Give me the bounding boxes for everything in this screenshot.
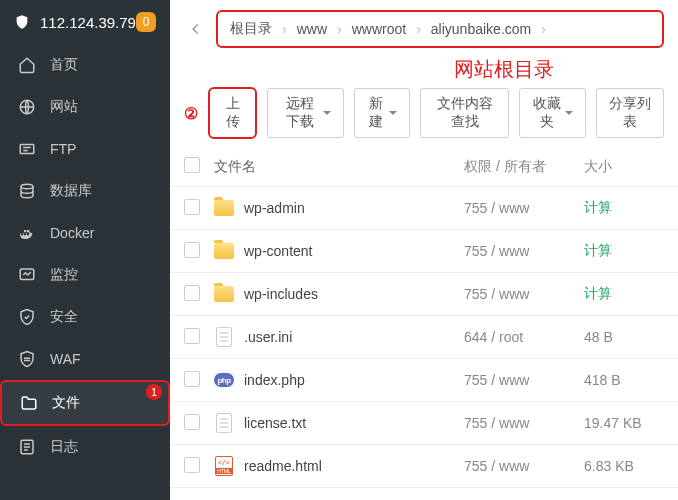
breadcrumb-item[interactable]: aliyunbaike.com bbox=[427, 19, 535, 39]
chevron-right-icon: › bbox=[335, 21, 344, 37]
file-name: .user.ini bbox=[244, 329, 292, 345]
table-row[interactable]: readme.html755 / www6.83 KB bbox=[170, 445, 678, 488]
main-panel: 根目录 › www › wwwroot › aliyunbaike.com › … bbox=[170, 0, 678, 500]
svg-rect-1 bbox=[20, 145, 34, 154]
file-perm: 755 / www bbox=[464, 243, 584, 259]
nav-back-button[interactable] bbox=[184, 17, 208, 41]
file-perm: 755 / www bbox=[464, 372, 584, 388]
annotation-badge-1: 1 bbox=[146, 384, 162, 400]
table-row[interactable]: phpwp-activate.php755 / www6.72 KB bbox=[170, 488, 678, 500]
file-table: 文件名 权限 / 所有者 大小 wp-admin755 / www计算wp-co… bbox=[170, 147, 678, 500]
breadcrumb-item[interactable]: wwwroot bbox=[348, 19, 410, 39]
shield-icon bbox=[14, 13, 30, 31]
sidebar-item-label: WAF bbox=[50, 351, 81, 367]
table-row[interactable]: phpindex.php755 / www418 B bbox=[170, 359, 678, 402]
folder-icon bbox=[214, 200, 234, 216]
table-row[interactable]: wp-includes755 / www计算 bbox=[170, 273, 678, 316]
svg-point-2 bbox=[21, 184, 33, 189]
sidebar-item-monitor[interactable]: 监控 bbox=[0, 254, 170, 296]
globe-icon bbox=[18, 98, 36, 116]
sidebar-item-label: FTP bbox=[50, 141, 76, 157]
table-row[interactable]: wp-admin755 / www计算 bbox=[170, 187, 678, 230]
sidebar: 112.124.39.79 0 首页 网站 FTP 数据库 Docker 监控 … bbox=[0, 0, 170, 500]
file-name: wp-includes bbox=[244, 286, 318, 302]
file-perm: 755 / www bbox=[464, 200, 584, 216]
sidebar-item-ftp[interactable]: FTP bbox=[0, 128, 170, 170]
sidebar-item-database[interactable]: 数据库 bbox=[0, 170, 170, 212]
row-checkbox[interactable] bbox=[184, 414, 200, 430]
remote-download-button[interactable]: 远程下载 bbox=[267, 88, 344, 138]
php-icon: php bbox=[214, 373, 234, 387]
database-icon bbox=[18, 182, 36, 200]
toolbar: ② 上传 远程下载 新建 文件内容查找 收藏夹 分享列表 bbox=[170, 83, 678, 147]
sidebar-item-website[interactable]: 网站 bbox=[0, 86, 170, 128]
new-button[interactable]: 新建 bbox=[354, 88, 410, 138]
file-perm: 755 / www bbox=[464, 286, 584, 302]
sidebar-item-label: 文件 bbox=[52, 394, 80, 412]
folder-icon bbox=[214, 286, 234, 302]
sidebar-item-docker[interactable]: Docker bbox=[0, 212, 170, 254]
file-icon bbox=[216, 413, 232, 433]
table-row[interactable]: .user.ini644 / root48 B bbox=[170, 316, 678, 359]
sidebar-item-logs[interactable]: 日志 bbox=[0, 426, 170, 468]
breadcrumb: 根目录 › www › wwwroot › aliyunbaike.com › bbox=[216, 10, 664, 48]
log-icon bbox=[18, 438, 36, 456]
notification-badge[interactable]: 0 bbox=[136, 12, 156, 32]
file-size[interactable]: 计算 bbox=[584, 199, 664, 217]
file-icon bbox=[216, 327, 232, 347]
select-all-checkbox[interactable] bbox=[184, 157, 200, 173]
sidebar-item-waf[interactable]: WAF bbox=[0, 338, 170, 380]
sidebar-item-home[interactable]: 首页 bbox=[0, 44, 170, 86]
home-icon bbox=[18, 56, 36, 74]
row-checkbox[interactable] bbox=[184, 242, 200, 258]
sidebar-item-label: 日志 bbox=[50, 438, 78, 456]
sidebar-item-label: 安全 bbox=[50, 308, 78, 326]
row-checkbox[interactable] bbox=[184, 285, 200, 301]
share-list-button[interactable]: 分享列表 bbox=[596, 88, 664, 138]
shield-check-icon bbox=[18, 308, 36, 326]
row-checkbox[interactable] bbox=[184, 371, 200, 387]
row-checkbox[interactable] bbox=[184, 328, 200, 344]
file-name: wp-content bbox=[244, 243, 312, 259]
chevron-right-icon: › bbox=[280, 21, 289, 37]
breadcrumb-item[interactable]: www bbox=[293, 19, 331, 39]
waf-icon bbox=[18, 350, 36, 368]
html-icon bbox=[215, 456, 233, 476]
file-name: readme.html bbox=[244, 458, 322, 474]
table-header: 文件名 权限 / 所有者 大小 bbox=[170, 147, 678, 187]
row-checkbox[interactable] bbox=[184, 457, 200, 473]
file-size: 418 B bbox=[584, 372, 664, 388]
favorites-button[interactable]: 收藏夹 bbox=[519, 88, 586, 138]
sidebar-item-security[interactable]: 安全 bbox=[0, 296, 170, 338]
chevron-right-icon: › bbox=[414, 21, 423, 37]
folder-icon bbox=[214, 243, 234, 259]
sidebar-item-files[interactable]: 文件 1 bbox=[0, 380, 170, 426]
monitor-icon bbox=[18, 266, 36, 284]
chevron-right-icon: › bbox=[539, 21, 548, 37]
column-header-name[interactable]: 文件名 bbox=[214, 158, 464, 176]
file-content-search-button[interactable]: 文件内容查找 bbox=[420, 88, 509, 138]
ftp-icon bbox=[18, 140, 36, 158]
annotation-step-2: ② bbox=[184, 104, 198, 123]
sidebar-header: 112.124.39.79 0 bbox=[0, 0, 170, 44]
column-header-size[interactable]: 大小 bbox=[584, 158, 664, 176]
upload-button[interactable]: 上传 bbox=[208, 87, 257, 139]
column-header-perm[interactable]: 权限 / 所有者 bbox=[464, 158, 584, 176]
table-row[interactable]: wp-content755 / www计算 bbox=[170, 230, 678, 273]
sidebar-item-label: 首页 bbox=[50, 56, 78, 74]
table-row[interactable]: license.txt755 / www19.47 KB bbox=[170, 402, 678, 445]
breadcrumb-item[interactable]: 根目录 bbox=[226, 18, 276, 40]
sidebar-item-label: 数据库 bbox=[50, 182, 92, 200]
file-size: 6.83 KB bbox=[584, 458, 664, 474]
sidebar-item-label: 网站 bbox=[50, 98, 78, 116]
file-size[interactable]: 计算 bbox=[584, 285, 664, 303]
row-checkbox[interactable] bbox=[184, 199, 200, 215]
file-size[interactable]: 计算 bbox=[584, 242, 664, 260]
file-perm: 755 / www bbox=[464, 458, 584, 474]
annotation-text: 网站根目录 bbox=[330, 56, 678, 83]
file-perm: 755 / www bbox=[464, 415, 584, 431]
file-name: index.php bbox=[244, 372, 305, 388]
breadcrumb-row: 根目录 › www › wwwroot › aliyunbaike.com › bbox=[170, 0, 678, 58]
file-name: wp-admin bbox=[244, 200, 305, 216]
file-name: license.txt bbox=[244, 415, 306, 431]
